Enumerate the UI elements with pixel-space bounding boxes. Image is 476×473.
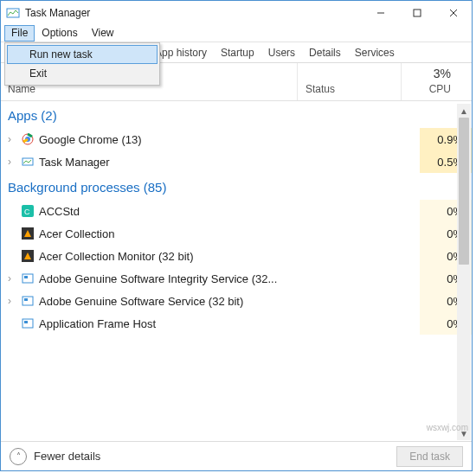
acer-icon [20, 249, 35, 263]
process-name: Application Frame Host [39, 317, 420, 330]
menu-run-new-task[interactable]: Run new task [7, 45, 158, 64]
chevron-up-icon: ˄ [10, 448, 27, 465]
cpu-percentage: 3% [434, 67, 451, 80]
process-list: Apps (2) › Google Chrome (13) 0.9% › Tas… [1, 101, 472, 421]
process-name: ACCStd [39, 205, 420, 218]
process-name: Acer Collection Monitor (32 bit) [39, 250, 420, 263]
process-row[interactable]: › Adobe Genuine Software Service (32 bit… [1, 290, 472, 312]
menu-file[interactable]: File [4, 25, 35, 42]
process-name: Acer Collection [39, 227, 420, 240]
group-apps: Apps (2) [1, 101, 472, 128]
file-dropdown: Run new task Exit [4, 42, 160, 86]
menu-options[interactable]: Options [35, 25, 84, 42]
accstd-icon: C [20, 204, 35, 218]
tab-startup[interactable]: Startup [214, 43, 261, 62]
process-row[interactable]: › Task Manager 0.5% [1, 150, 472, 173]
svg-rect-17 [24, 298, 28, 301]
svg-rect-0 [7, 9, 19, 17]
menubar: File Options View [1, 25, 472, 42]
taskmgr-icon [6, 6, 20, 20]
tab-details[interactable]: Details [302, 43, 348, 62]
menu-view[interactable]: View [85, 25, 121, 42]
tab-users[interactable]: Users [261, 43, 302, 62]
menu-exit[interactable]: Exit [7, 64, 158, 83]
scrollbar[interactable]: ▲ ▼ [457, 104, 471, 440]
app-frame-icon [20, 316, 35, 330]
adobe-service-icon [20, 294, 35, 308]
chrome-icon [20, 132, 35, 146]
process-row[interactable]: › Adobe Genuine Software Integrity Servi… [1, 267, 472, 290]
scroll-up-icon[interactable]: ▲ [457, 104, 471, 118]
tab-services[interactable]: Services [348, 43, 402, 62]
footer: ˄ Fewer details End task [1, 441, 472, 470]
chevron-right-icon[interactable]: › [8, 272, 20, 284]
watermark: wsxwj.com [427, 423, 468, 432]
process-name: Google Chrome (13) [39, 133, 420, 146]
chevron-right-icon[interactable]: › [8, 133, 20, 145]
window-title: Task Manager [25, 7, 363, 19]
maximize-button[interactable] [399, 1, 435, 25]
scrollbar-thumb[interactable] [459, 118, 469, 265]
fewer-details-button[interactable]: ˄ Fewer details [10, 448, 100, 465]
process-name: Adobe Genuine Software Service (32 bit) [39, 295, 420, 308]
close-button[interactable] [435, 1, 472, 25]
chevron-right-icon[interactable]: › [8, 295, 20, 307]
process-row[interactable]: Acer Collection 0% [1, 222, 472, 245]
process-row[interactable]: › Google Chrome (13) 0.9% [1, 128, 472, 150]
svg-rect-15 [24, 276, 28, 278]
process-row[interactable]: Acer Collection Monitor (32 bit) 0% [1, 245, 472, 267]
process-row[interactable]: Application Frame Host 0% [1, 312, 472, 335]
process-row[interactable]: C ACCStd 0% [1, 200, 472, 222]
end-task-button[interactable]: End task [396, 446, 463, 467]
process-name: Task Manager [39, 156, 420, 169]
process-name: Adobe Genuine Software Integrity Service… [39, 272, 420, 285]
taskmgr-icon [20, 155, 35, 169]
chevron-right-icon[interactable]: › [8, 156, 20, 168]
col-cpu[interactable]: CPU [429, 83, 451, 95]
adobe-service-icon [20, 272, 35, 285]
acer-icon [20, 227, 35, 240]
svg-text:C: C [24, 208, 30, 216]
task-manager-window: Task Manager File Options View App histo… [0, 0, 473, 471]
col-status[interactable]: Status [306, 83, 335, 95]
svg-rect-2 [414, 10, 421, 16]
group-background: Background processes (85) [1, 173, 472, 200]
svg-rect-19 [24, 321, 28, 323]
minimize-button[interactable] [363, 1, 399, 25]
titlebar[interactable]: Task Manager [1, 1, 472, 25]
